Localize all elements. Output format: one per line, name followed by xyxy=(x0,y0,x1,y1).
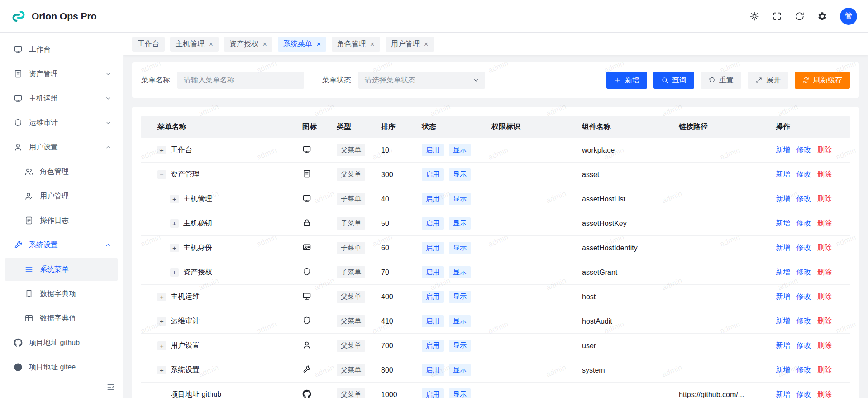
refresh-cache-button[interactable]: 刷新缓存 xyxy=(795,72,850,89)
menu-name: 主机身份 xyxy=(183,243,212,253)
menu-name-input[interactable] xyxy=(177,72,304,89)
row-action-add[interactable]: 新增 xyxy=(776,194,790,204)
row-action-add[interactable]: 新增 xyxy=(776,292,790,302)
menu-type-badge: 父菜单 xyxy=(337,168,365,180)
row-action-edit[interactable]: 修改 xyxy=(796,268,811,277)
row-action-delete[interactable]: 删除 xyxy=(817,194,832,204)
sidebar-item-gitee-link[interactable]: 项目地址 gitee xyxy=(5,356,118,379)
menu-status-select[interactable]: 请选择菜单状态 xyxy=(358,72,485,89)
row-actions: 新增修改删除 xyxy=(776,145,850,155)
tab-workbench[interactable]: 工作台 xyxy=(132,37,165,52)
row-action-edit[interactable]: 修改 xyxy=(796,292,811,302)
reset-button[interactable]: 重置 xyxy=(701,72,741,89)
row-action-add[interactable]: 新增 xyxy=(776,219,790,228)
row-action-delete[interactable]: 删除 xyxy=(817,145,832,155)
close-icon[interactable]: × xyxy=(370,40,375,48)
tab-asset-grant[interactable]: 资产授权× xyxy=(224,37,272,52)
sidebar-item-github-link[interactable]: 项目地址 github xyxy=(5,331,118,354)
sidebar-item-ops-audit[interactable]: 运维审计 xyxy=(5,111,118,134)
row-action-delete[interactable]: 删除 xyxy=(817,268,832,277)
row-action-edit[interactable]: 修改 xyxy=(796,390,811,398)
menu-icon-cell xyxy=(302,218,337,229)
filter-actions: 新增 查询 重置 展开 xyxy=(606,72,850,89)
row-action-delete[interactable]: 删除 xyxy=(817,219,832,228)
settings-icon[interactable] xyxy=(817,11,827,21)
row-action-delete[interactable]: 删除 xyxy=(817,365,832,375)
sidebar-item-workbench[interactable]: 工作台 xyxy=(5,38,118,61)
row-action-delete[interactable]: 删除 xyxy=(817,341,832,350)
row-action-add[interactable]: 新增 xyxy=(776,316,790,326)
row-action-delete[interactable]: 删除 xyxy=(817,390,832,398)
sidebar-item-user-mgmt[interactable]: 用户管理 xyxy=(5,185,118,207)
menu-name: 用户设置 xyxy=(171,341,200,350)
visible-badge: 显示 xyxy=(449,242,471,254)
close-icon[interactable]: × xyxy=(316,40,321,48)
row-action-edit[interactable]: 修改 xyxy=(796,219,811,228)
status-cell: 启用显示 xyxy=(422,217,491,229)
menu-type-cell: 子菜单 xyxy=(337,193,381,205)
close-icon[interactable]: × xyxy=(424,40,429,48)
row-action-edit[interactable]: 修改 xyxy=(796,170,811,179)
status-cell: 启用显示 xyxy=(422,340,491,351)
row-action-edit[interactable]: 修改 xyxy=(796,243,811,253)
sidebar-item-system-menu[interactable]: 系统菜单 xyxy=(5,258,118,281)
row-action-edit[interactable]: 修改 xyxy=(796,365,811,375)
expand-row-icon[interactable]: + xyxy=(157,366,166,374)
tab-user-mgmt[interactable]: 用户管理× xyxy=(386,37,434,52)
row-actions: 新增修改删除 xyxy=(776,341,850,350)
sidebar-item-data-dict-item[interactable]: 数据字典项 xyxy=(5,283,118,305)
refresh-icon[interactable] xyxy=(795,11,805,21)
expand-row-icon[interactable]: + xyxy=(170,244,179,252)
brand[interactable]: Orion Ops Pro xyxy=(11,9,97,24)
search-button[interactable]: 查询 xyxy=(653,72,694,89)
row-action-add[interactable]: 新增 xyxy=(776,390,790,398)
plus-icon xyxy=(614,77,621,84)
sidebar-item-label: 项目地址 gitee xyxy=(29,363,76,372)
row-action-edit[interactable]: 修改 xyxy=(796,194,811,204)
row-action-delete[interactable]: 删除 xyxy=(817,316,832,326)
expand-row-icon[interactable]: + xyxy=(157,293,166,301)
tab-host-mgmt[interactable]: 主机管理× xyxy=(170,37,219,52)
expand-row-icon[interactable]: + xyxy=(170,195,179,203)
avatar[interactable]: 管 xyxy=(840,8,857,25)
row-action-add[interactable]: 新增 xyxy=(776,268,790,277)
row-action-edit[interactable]: 修改 xyxy=(796,341,811,350)
row-action-add[interactable]: 新增 xyxy=(776,243,790,253)
expand-row-icon[interactable]: + xyxy=(170,268,179,277)
sidebar-item-data-dict-value[interactable]: 数据字典值 xyxy=(5,307,118,330)
menu-name-label: 菜单名称 xyxy=(141,76,170,85)
row-action-add[interactable]: 新增 xyxy=(776,145,790,155)
row-action-delete[interactable]: 删除 xyxy=(817,292,832,302)
tab-system-menu[interactable]: 系统菜单× xyxy=(278,37,326,52)
sidebar-item-user-settings[interactable]: 用户设置 xyxy=(5,136,118,158)
expand-row-icon[interactable]: + xyxy=(157,146,166,154)
collapse-row-icon[interactable]: − xyxy=(157,170,166,179)
sidebar-item-label: 主机运维 xyxy=(29,94,58,103)
menu-name: 主机管理 xyxy=(183,194,212,204)
tab-role-mgmt[interactable]: 角色管理× xyxy=(332,37,380,52)
expand-button[interactable]: 展开 xyxy=(748,72,788,89)
row-action-delete[interactable]: 删除 xyxy=(817,170,832,179)
component-name: hostAudit xyxy=(582,317,679,326)
theme-icon[interactable] xyxy=(749,11,759,21)
expand-row-icon[interactable]: + xyxy=(157,341,166,350)
close-icon[interactable]: × xyxy=(262,40,267,48)
row-action-add[interactable]: 新增 xyxy=(776,170,790,179)
sidebar-item-asset-mgmt[interactable]: 资产管理 xyxy=(5,62,118,85)
expand-row-icon[interactable]: + xyxy=(170,219,179,228)
collapse-sidebar-icon[interactable] xyxy=(106,383,115,392)
sidebar-item-host-ops[interactable]: 主机运维 xyxy=(5,87,118,110)
add-button[interactable]: 新增 xyxy=(606,72,647,89)
row-action-add[interactable]: 新增 xyxy=(776,341,790,350)
expand-row-icon[interactable]: + xyxy=(157,317,166,326)
row-action-delete[interactable]: 删除 xyxy=(817,243,832,253)
menu-type-badge: 父菜单 xyxy=(337,388,365,398)
sidebar-item-system-settings[interactable]: 系统设置 xyxy=(5,234,118,256)
sidebar-item-role-mgmt[interactable]: 角色管理 xyxy=(5,160,118,183)
row-action-edit[interactable]: 修改 xyxy=(796,316,811,326)
row-action-edit[interactable]: 修改 xyxy=(796,145,811,155)
fullscreen-icon[interactable] xyxy=(772,11,782,21)
row-action-add[interactable]: 新增 xyxy=(776,365,790,375)
sidebar-item-op-logs[interactable]: 操作日志 xyxy=(5,209,118,232)
close-icon[interactable]: × xyxy=(209,40,213,48)
